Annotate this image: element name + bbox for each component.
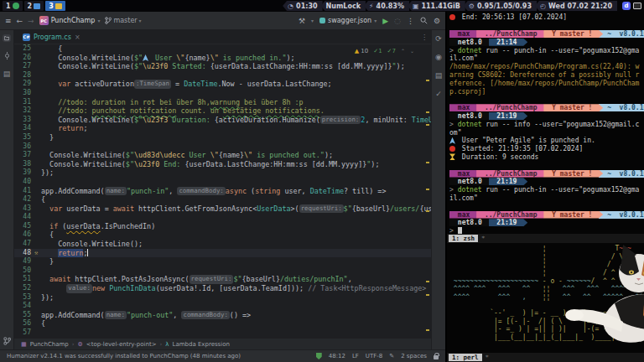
coverage-tool-icon[interactable]: ◉: [435, 53, 442, 61]
workspace-app-icon: [13, 3, 19, 9]
run-button[interactable]: ▶: [382, 17, 388, 25]
hamburger-menu-icon[interactable]: ≡: [5, 17, 12, 25]
hourglass-icon: [449, 153, 455, 160]
tests-tool-icon[interactable]: ✓: [435, 90, 442, 98]
terminal-line: il.com": [449, 54, 644, 63]
terminal-line: max ../PunchChamp Ƴ master ! ~ v8.0.101‹: [449, 169, 644, 178]
scrollbar-warning-mark: [426, 281, 429, 282]
module-icon: ▦: [21, 341, 27, 348]
line-number: 26: [14, 54, 31, 63]
line-number: 48: [14, 249, 31, 258]
prev-issue-icon[interactable]: ⌃: [401, 47, 405, 56]
chevron-down-icon: ▾: [139, 18, 142, 23]
commit-tool-icon[interactable]: [3, 52, 11, 59]
line-number: 53: [14, 293, 31, 303]
workspace-3[interactable]: 3: [45, 1, 65, 11]
status-widget[interactable]: LF: [352, 353, 359, 359]
discord-icon[interactable]: d: [622, 2, 631, 10]
search-icon[interactable]: [420, 17, 428, 24]
tab-options-icon[interactable]: ⋮: [421, 34, 428, 41]
breadcrumb-item[interactable]: PunchChamp: [30, 341, 69, 348]
code-editor[interactable]: ▲ 10 ✓1 ✓7 ⌃ ⌄ 25 {26 Console.WriteLine(…: [14, 44, 431, 339]
tmux-window-zsh[interactable]: 1: zsh: [449, 235, 478, 242]
code-line: 42{: [14, 195, 431, 204]
status-widget[interactable]: UTF-8: [366, 353, 382, 359]
text-caret: [87, 249, 88, 256]
inspections-widget[interactable]: ▲ 10 ✓1 ✓7 ⌃ ⌄: [351, 46, 418, 57]
code-line: 28: [14, 71, 431, 80]
terminal-line: > dotnet run -- info --user="pogumax152@…: [449, 120, 644, 128]
terminal-pane-top[interactable]: End: 20:56:13 [07.02.2024] max ../PunchC…: [447, 12, 644, 243]
back-icon[interactable]: ←: [17, 17, 23, 25]
status-segment: ◔01:30: [283, 1, 322, 11]
breadcrumb: ▦PunchChamp›⚙<top-level-entry-point>›λLa…: [14, 339, 431, 349]
warning-icon: ▲: [355, 48, 359, 54]
code-line: 44: [14, 213, 431, 222]
terminal-line: max ../PunchChamp Ƴ master ! ~ v8.0.101‹: [449, 30, 644, 39]
tab-program-cs[interactable]: C# Program.cs ×: [18, 30, 86, 44]
lock-icon[interactable]: [434, 355, 439, 359]
status-widget[interactable]: 2 spaces: [401, 353, 427, 359]
terminal-line: net8.0 21:19: [449, 178, 644, 186]
terminal-line: il.com": [449, 194, 644, 203]
git-tool-icon[interactable]: [3, 337, 11, 345]
line-number: 31: [14, 98, 31, 107]
terminal-line: eference. [/home/max/repos/PunchChamp/Pu…: [449, 79, 644, 87]
code-line: 32 //todo: punchout notifcation count. u…: [14, 106, 431, 116]
pencil-icon[interactable]: ✎: [389, 353, 394, 359]
scrollbar-warning-mark: [426, 162, 429, 163]
terminal-line: max ../PunchChamp Ƴ master ! ~ v8.0.101‹: [449, 104, 644, 112]
code-line: 29 var activeDuration:TimeSpan = DateTim…: [14, 80, 431, 89]
terminal-line: /home/max/repos/PunchChamp/Program.cs(22…: [449, 63, 644, 71]
line-number: 29: [14, 80, 31, 89]
next-issue-icon[interactable]: ⌄: [410, 47, 414, 56]
breadcrumb-item[interactable]: <top-level-entry-point>: [86, 341, 157, 348]
settings-gear-icon[interactable]: ⚙: [434, 17, 440, 25]
code-line: 37 Console.WriteLine($"\ud83d\udecc User…: [14, 151, 431, 160]
inspections-shield-icon[interactable]: [316, 353, 322, 359]
scrollbar-warning-mark: [426, 111, 429, 113]
line-number: 33: [14, 116, 31, 125]
status-widget[interactable]: 48:12: [329, 353, 345, 359]
forward-icon[interactable]: →: [28, 17, 34, 25]
terminal-line: User "Peter Agile" is punched in.: [449, 137, 644, 145]
close-icon[interactable]: ×: [75, 34, 80, 41]
cat-photo: [564, 245, 644, 344]
display-icon[interactable]: [633, 3, 641, 9]
status-segment: ⚙0.95/1.05/0.93: [464, 1, 537, 11]
editor-scrollbar[interactable]: [424, 44, 431, 339]
breadcrumb-item[interactable]: Lambda Expression: [173, 341, 230, 348]
project-selector[interactable]: PC PunchChamp ▾: [39, 16, 101, 25]
check-count: 1: [378, 48, 382, 54]
terminal-line: [449, 202, 644, 210]
ide-header: ≡ ← → PC PunchChamp ▾ master ▾ ⚒ ▾: [0, 12, 445, 30]
terminal-pane-bottom[interactable]: ¦ T~~~ ¦ / \ ¦ / \ ¦ / ^ ^ \ ~~~~~~~~~~~…: [447, 243, 644, 362]
workspace-app-icon: [34, 3, 40, 9]
run-config-selector[interactable]: swagger.json ▾: [319, 17, 377, 24]
code-line: 54: [14, 302, 431, 311]
status-segment-icon: ⚡: [369, 3, 374, 10]
status-segment-icon: ◴: [540, 3, 546, 10]
line-number: 32: [14, 106, 31, 116]
build-button[interactable]: ⚒: [299, 17, 305, 25]
line-number: 43: [14, 204, 31, 214]
structure-tool-icon[interactable]: ▤: [3, 70, 11, 78]
tmux-status-bar: 1: perl *: [447, 353, 644, 362]
chevron-down-icon[interactable]: ▾: [311, 18, 314, 23]
code-line: 40: [14, 178, 431, 187]
workspace-app-icon: [55, 3, 62, 9]
line-number: 35: [14, 133, 31, 142]
workspace-2[interactable]: 2: [24, 1, 44, 11]
code-line: 51 await httpClient.PostAsJsonAsync(requ…: [14, 275, 431, 284]
debug-button[interactable]: ◌: [394, 17, 401, 25]
workspace-1[interactable]: 1: [3, 1, 23, 11]
nuget-tool-icon[interactable]: ⟳: [435, 34, 442, 43]
line-number: 47: [14, 240, 31, 249]
terminal-window[interactable]: End: 20:56:13 [07.02.2024] max ../PunchC…: [445, 12, 644, 362]
terminal-line: [449, 22, 644, 30]
branch-selector[interactable]: master ▾: [105, 17, 141, 24]
more-actions-button[interactable]: ⋮: [407, 17, 414, 25]
project-tool-icon[interactable]: [3, 34, 11, 42]
tmux-window-perl[interactable]: 1: perl: [449, 354, 482, 361]
database-tool-icon[interactable]: ▤: [435, 71, 443, 80]
